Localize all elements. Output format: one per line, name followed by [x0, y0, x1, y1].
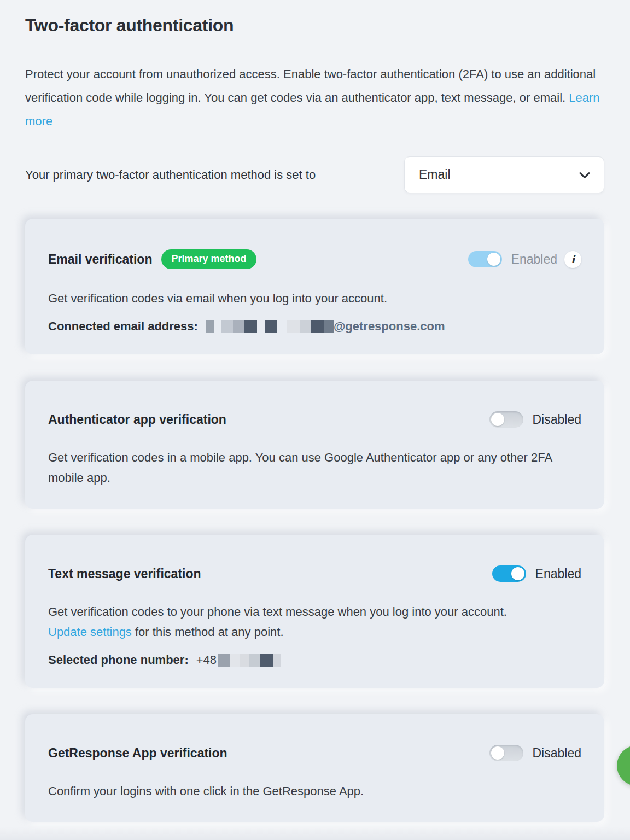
toggle-knob: [511, 567, 524, 580]
selected-phone-label: Selected phone number:: [48, 653, 189, 667]
email-verification-toggle[interactable]: [468, 251, 502, 267]
getresponse-app-title: GetResponse App verification: [48, 746, 228, 761]
chevron-down-icon: [579, 167, 590, 182]
text-message-toggle[interactable]: [492, 565, 526, 582]
text-message-description-text: Get verification codes to your phone via…: [48, 605, 507, 619]
connected-email-label: Connected email address:: [48, 319, 198, 334]
email-verification-card: Email verification Primary method Enable…: [25, 219, 604, 354]
getresponse-app-card: GetResponse App verification Disabled Co…: [25, 714, 604, 822]
text-message-status: Enabled: [535, 567, 581, 581]
update-settings-suffix: for this method at any point.: [135, 625, 284, 639]
primary-method-select[interactable]: Email: [404, 156, 604, 193]
toggle-knob: [491, 413, 504, 426]
authenticator-app-card: Authenticator app verification Disabled …: [25, 381, 604, 509]
selected-phone-row: Selected phone number: +48: [48, 653, 581, 667]
authenticator-app-toggle[interactable]: [489, 411, 523, 428]
phone-country-code: +48: [196, 653, 217, 667]
intro-text: Protect your account from unauthorized a…: [25, 67, 596, 104]
email-verification-status: Enabled: [511, 252, 557, 267]
redacted-phone: [218, 654, 281, 667]
connected-email-row: Connected email address: @getresponse.co…: [48, 319, 581, 334]
email-domain-suffix: @getresponse.com: [334, 319, 445, 334]
toggle-knob: [491, 746, 504, 760]
getresponse-app-description: Confirm your logins with one click in th…: [48, 781, 581, 801]
toggle-knob: [487, 253, 500, 266]
primary-method-badge: Primary method: [161, 249, 256, 269]
info-icon[interactable]: i: [564, 251, 581, 268]
authenticator-app-title: Authenticator app verification: [48, 412, 226, 427]
primary-method-label: Your primary two-factor authentication m…: [25, 168, 316, 182]
two-factor-settings-page: Two-factor authentication Protect your a…: [0, 15, 630, 822]
bottom-fade: [0, 827, 630, 840]
authenticator-app-status: Disabled: [533, 412, 582, 427]
update-settings-link[interactable]: Update settings: [48, 625, 132, 639]
text-message-title: Text message verification: [48, 567, 201, 581]
getresponse-app-toggle[interactable]: [489, 745, 523, 761]
getresponse-app-status: Disabled: [533, 746, 582, 761]
intro-paragraph: Protect your account from unauthorized a…: [25, 62, 604, 133]
text-message-description: Get verification codes to your phone via…: [48, 602, 581, 642]
authenticator-app-description: Get verification codes in a mobile app. …: [48, 447, 581, 488]
email-verification-description: Get verification codes via email when yo…: [48, 288, 581, 308]
text-message-card: Text message verification Enabled Get ve…: [25, 535, 604, 688]
page-title: Two-factor authentication: [25, 15, 604, 36]
primary-method-selected-value: Email: [419, 167, 451, 182]
email-verification-title: Email verification: [48, 252, 152, 267]
headset-icon: [627, 755, 630, 777]
redacted-email: [206, 320, 334, 333]
primary-method-row: Your primary two-factor authentication m…: [25, 156, 604, 193]
